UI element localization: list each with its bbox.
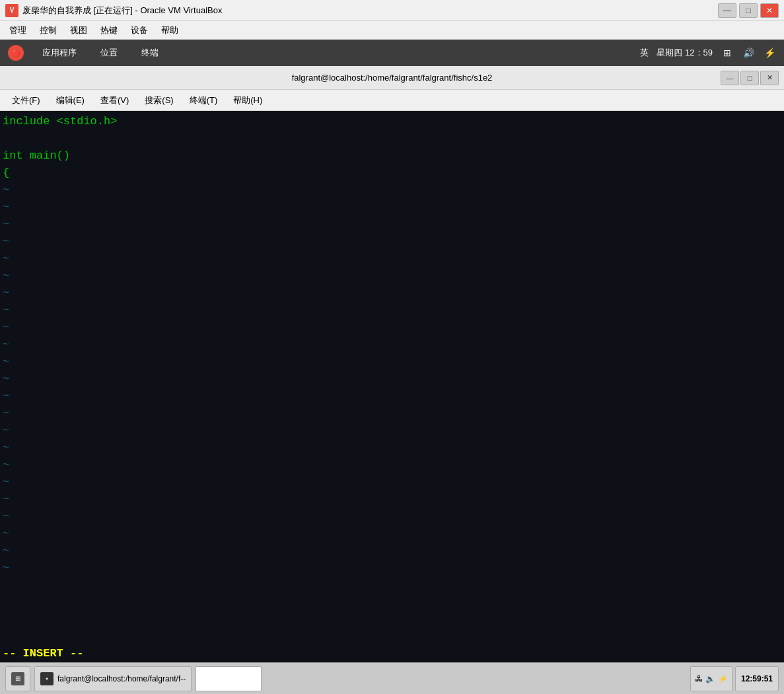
vim-tilde-1: ~ bbox=[3, 181, 781, 198]
vm-whitebox bbox=[196, 666, 262, 691]
vim-code-line-4: { bbox=[3, 164, 781, 181]
vim-empty-line bbox=[3, 130, 781, 147]
vm-app-icon: 🔴 bbox=[8, 45, 24, 61]
vim-tilde-13: ~ bbox=[3, 387, 781, 405]
terminal-minimize-button[interactable]: — bbox=[721, 71, 739, 85]
vim-mode-indicator: -- INSERT -- bbox=[3, 647, 83, 660]
terminal-menu-file[interactable]: 文件(F) bbox=[5, 93, 47, 108]
vim-tilde-12: ~ bbox=[3, 370, 781, 387]
vim-tilde-11: ~ bbox=[3, 353, 781, 370]
vim-tilde-2: ~ bbox=[3, 198, 781, 215]
vm-menu-places[interactable]: 位置 bbox=[95, 46, 123, 60]
terminal-menu-terminal[interactable]: 终端(T) bbox=[183, 93, 225, 108]
network-icon: ⊞ bbox=[721, 46, 734, 59]
vim-tilde-10: ~ bbox=[3, 336, 781, 353]
vim-tilde-18: ~ bbox=[3, 473, 781, 490]
virtualbox-window: V 废柴华的自我养成 [正在运行] - Oracle VM VirtualBox… bbox=[0, 0, 784, 694]
vim-code-line-1: include <stdio.h> bbox=[3, 112, 781, 130]
vim-tilde-15: ~ bbox=[3, 422, 781, 439]
vim-tilde-23: ~ bbox=[3, 559, 781, 576]
vim-editor[interactable]: include <stdio.h> int main() { ~ ~ ~ ~ ~… bbox=[0, 111, 784, 644]
show-desktop-icon: ⊞ bbox=[11, 672, 24, 685]
network-systray-icon: 🖧 bbox=[695, 674, 703, 683]
vm-terminal-task-button[interactable]: ▪ falgrant@localhost:/home/falgrant/f-- bbox=[34, 666, 192, 691]
vm-bottom-taskbar: ⊞ ▪ falgrant@localhost:/home/falgrant/f-… bbox=[0, 662, 784, 694]
vim-tilde-9: ~ bbox=[3, 319, 781, 336]
vim-tilde-3: ~ bbox=[3, 215, 781, 233]
power-systray-icon: ⚡ bbox=[718, 674, 728, 683]
vim-tilde-17: ~ bbox=[3, 456, 781, 473]
vim-tilde-4: ~ bbox=[3, 233, 781, 250]
terminal-window: falgrant@localhost:/home/falgrant/falgra… bbox=[0, 66, 784, 662]
vm-systray-icons: 🖧 🔈 ⚡ bbox=[690, 666, 732, 691]
vim-status-bar: -- INSERT -- bbox=[0, 644, 784, 662]
vm-lang-indicator: 英 bbox=[640, 47, 649, 59]
vm-menu-terminal[interactable]: 终端 bbox=[136, 46, 164, 60]
terminal-task-icon: ▪ bbox=[40, 672, 53, 685]
terminal-menu-view[interactable]: 查看(V) bbox=[94, 93, 135, 108]
vim-tilde-16: ~ bbox=[3, 439, 781, 456]
volume-icon: 🔊 bbox=[742, 46, 755, 59]
terminal-maximize-button[interactable]: □ bbox=[740, 71, 759, 85]
vim-tilde-8: ~ bbox=[3, 301, 781, 319]
terminal-close-button[interactable]: ✕ bbox=[760, 71, 779, 85]
vm-menu-apps[interactable]: 应用程序 bbox=[37, 46, 82, 60]
terminal-menu-search[interactable]: 搜索(S) bbox=[138, 93, 180, 108]
vbox-window-controls: — □ ✕ bbox=[718, 3, 779, 18]
vim-code-line-3: int main() bbox=[3, 147, 781, 164]
vim-tilde-22: ~ bbox=[3, 542, 781, 559]
vm-top-taskbar: 🔴 应用程序 位置 终端 英 星期四 12：59 ⊞ 🔊 ⚡ bbox=[0, 40, 784, 66]
terminal-task-label: falgrant@localhost:/home/falgrant/f-- bbox=[57, 674, 186, 683]
terminal-window-controls: — □ ✕ bbox=[721, 71, 779, 85]
vim-tilde-5: ~ bbox=[3, 250, 781, 267]
vm-systray: 🖧 🔈 ⚡ 12:59:51 bbox=[690, 666, 779, 691]
vbox-app-icon: V bbox=[5, 4, 18, 17]
vbox-menu-manage[interactable]: 管理 bbox=[3, 23, 33, 38]
terminal-menu-edit[interactable]: 编辑(E) bbox=[50, 93, 91, 108]
vbox-minimize-button[interactable]: — bbox=[718, 3, 736, 18]
volume-systray-icon: 🔈 bbox=[705, 674, 715, 683]
vm-datetime: 星期四 12：59 bbox=[657, 47, 713, 59]
vbox-titlebar: V 废柴华的自我养成 [正在运行] - Oracle VM VirtualBox… bbox=[0, 0, 784, 21]
vim-tilde-7: ~ bbox=[3, 284, 781, 301]
vm-taskbar-right: 英 星期四 12：59 ⊞ 🔊 ⚡ bbox=[640, 46, 776, 59]
vbox-menu-help[interactable]: 帮助 bbox=[155, 23, 185, 38]
vim-tilde-6: ~ bbox=[3, 267, 781, 284]
vbox-title: 废柴华的自我养成 [正在运行] - Oracle VM VirtualBox bbox=[22, 5, 718, 17]
vim-tilde-20: ~ bbox=[3, 508, 781, 525]
vbox-menu-control[interactable]: 控制 bbox=[33, 23, 63, 38]
vm-show-desktop-button[interactable]: ⊞ bbox=[5, 666, 30, 691]
vbox-menubar: 管理 控制 视图 热键 设备 帮助 bbox=[0, 21, 784, 40]
vbox-maximize-button[interactable]: □ bbox=[739, 3, 758, 18]
vm-clock: 12:59:51 bbox=[735, 666, 779, 691]
vim-tilde-21: ~ bbox=[3, 525, 781, 542]
terminal-menu-help[interactable]: 帮助(H) bbox=[227, 93, 269, 108]
vbox-menu-hotkeys[interactable]: 热键 bbox=[94, 23, 124, 38]
vbox-menu-view[interactable]: 视图 bbox=[63, 23, 94, 38]
power-icon: ⚡ bbox=[763, 46, 776, 59]
vbox-close-button[interactable]: ✕ bbox=[760, 3, 779, 18]
vbox-menu-devices[interactable]: 设备 bbox=[124, 23, 155, 38]
terminal-menubar: 文件(F) 编辑(E) 查看(V) 搜索(S) 终端(T) 帮助(H) bbox=[0, 90, 784, 111]
vim-tilde-19: ~ bbox=[3, 490, 781, 508]
terminal-titlebar: falgrant@localhost:/home/falgrant/falgra… bbox=[0, 66, 784, 90]
vim-tilde-14: ~ bbox=[3, 405, 781, 422]
terminal-title: falgrant@localhost:/home/falgrant/falgra… bbox=[292, 73, 493, 83]
